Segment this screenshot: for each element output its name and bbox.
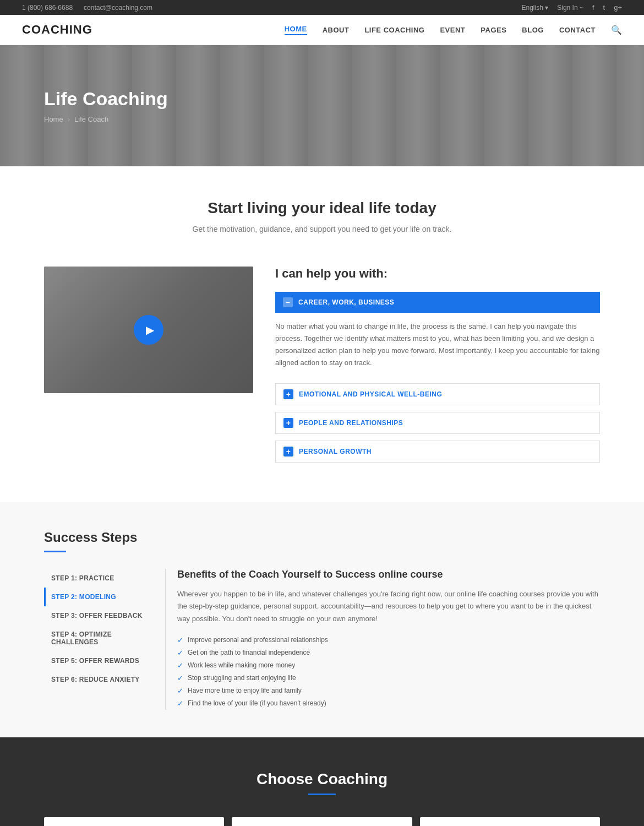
help-section: ▶ I can help you with: − CAREER, WORK, B… (0, 256, 644, 502)
choose-section: Choose Coaching STRESS OF DAILY LIVING I… (0, 737, 644, 826)
start-title: Start living your ideal life today (44, 199, 600, 217)
accordion-plus-icon-wellbeing: + (283, 389, 293, 399)
top-bar-right: English ▾ Sign In ~ f t g+ (522, 3, 622, 12)
benefits-list: ✓Improve personal and professional relat… (177, 634, 600, 710)
help-content: I can help you with: − CAREER, WORK, BUS… (275, 267, 600, 469)
facebook-icon[interactable]: f (592, 3, 594, 12)
check-icon-2: ✓ (177, 649, 183, 657)
check-icon-5: ✓ (177, 687, 183, 695)
benefit-3: ✓Work less while making more money (177, 659, 600, 672)
brand-logo[interactable]: COACHING (22, 23, 92, 37)
twitter-icon[interactable]: t (603, 3, 605, 12)
benefit-5: ✓Have more time to enjoy life and family (177, 684, 600, 697)
googleplus-icon[interactable]: g+ (614, 3, 622, 12)
start-subtitle: Get the motivation, guidance, and suppor… (184, 225, 460, 233)
top-bar-left: 1 (800) 686-6688 contact@coaching.com (22, 4, 152, 12)
accordion-label-wellbeing: EMOTIONAL AND PHYSICAL WELL-BEING (299, 390, 442, 398)
accordion-item-growth: + PERSONAL GROWTH (275, 441, 600, 463)
card-confidence: LOSS OF CONFIDENCE AND SECURITY If you h… (232, 817, 412, 826)
navbar: COACHING HOME ABOUT LIFE COACHING EVENT … (0, 15, 644, 45)
accordion-item-wellbeing: + EMOTIONAL AND PHYSICAL WELL-BEING (275, 383, 600, 405)
accordion-minus-icon: − (283, 297, 293, 307)
card-think: HELP THINK STRAIGHT If you have are look… (420, 817, 600, 826)
accordion-body-career: No matter what you want to change in lif… (275, 313, 600, 377)
accordion-plus-icon-relationships: + (283, 418, 293, 428)
accordion-item-relationships: + PEOPLE AND RELATIONSHIPS (275, 412, 600, 434)
cards-grid: STRESS OF DAILY LIVING If you have are l… (44, 817, 600, 826)
step-1[interactable]: STEP 1: PRACTICE (44, 569, 143, 588)
benefit-1: ✓Improve personal and professional relat… (177, 634, 600, 646)
start-section: Start living your ideal life today Get t… (0, 166, 644, 256)
success-section: Success Steps STEP 1: PRACTICE STEP 2: M… (0, 502, 644, 737)
breadcrumb-separator: › (68, 115, 70, 123)
search-icon[interactable]: 🔍 (611, 25, 622, 35)
course-desc: Wherever you happen to be in life, and w… (177, 588, 600, 624)
hero-title: Life Coaching (44, 88, 600, 110)
card-stress: STRESS OF DAILY LIVING If you have are l… (44, 817, 224, 826)
accordion-label-career: CAREER, WORK, BUSINESS (298, 298, 394, 306)
check-icon-1: ✓ (177, 636, 183, 644)
step-2[interactable]: STEP 2: MODELING (44, 588, 143, 606)
nav-blog[interactable]: BLOG (522, 26, 544, 34)
play-button[interactable]: ▶ (134, 315, 163, 345)
nav-about[interactable]: ABOUT (323, 26, 350, 34)
course-title: Benefits of the Coach Yourself to Succes… (177, 569, 600, 580)
steps-divider (165, 569, 166, 709)
nav-menu: HOME ABOUT LIFE COACHING EVENT PAGES BLO… (285, 25, 622, 35)
benefit-2: ✓Get on the path to financial independen… (177, 646, 600, 659)
accordion-header-growth[interactable]: + PERSONAL GROWTH (275, 441, 600, 463)
accordion-header-career[interactable]: − CAREER, WORK, BUSINESS (275, 292, 600, 313)
accordion-plus-icon-growth: + (283, 447, 293, 457)
check-icon-6: ✓ (177, 699, 183, 708)
nav-pages[interactable]: PAGES (481, 26, 506, 34)
phone-number: 1 (800) 686-6688 (22, 4, 73, 12)
signin-link[interactable]: Sign In ~ (557, 4, 583, 12)
step-3[interactable]: STEP 3: OFFER FEEDBACK (44, 606, 143, 625)
language-selector[interactable]: English ▾ (522, 4, 549, 12)
step-5[interactable]: STEP 5: OFFER REWARDS (44, 651, 143, 670)
step-4[interactable]: STEP 4: OPTIMIZE CHALLENGES (44, 625, 143, 651)
blue-underline (44, 551, 66, 552)
nav-contact[interactable]: CONTACT (559, 26, 596, 34)
top-bar: 1 (800) 686-6688 contact@coaching.com En… (0, 0, 644, 15)
benefit-4: ✓Stop struggling and start enjoying life (177, 672, 600, 684)
accordion-item-career: − CAREER, WORK, BUSINESS No matter what … (275, 292, 600, 377)
choose-blue-line (308, 794, 336, 795)
step-6[interactable]: STEP 6: REDUCE ANXIETY (44, 670, 143, 689)
email-address: contact@coaching.com (84, 4, 152, 12)
nav-home[interactable]: HOME (285, 25, 307, 35)
accordion-label-growth: PERSONAL GROWTH (299, 448, 372, 455)
nav-event[interactable]: EVENT (440, 26, 465, 34)
accordion-header-wellbeing[interactable]: + EMOTIONAL AND PHYSICAL WELL-BEING (275, 383, 600, 405)
accordion-header-relationships[interactable]: + PEOPLE AND RELATIONSHIPS (275, 412, 600, 434)
benefit-6: ✓Find the love of your life (if you have… (177, 697, 600, 710)
steps-content: Benefits of the Coach Yourself to Succes… (177, 569, 600, 709)
help-heading: I can help you with: (275, 267, 600, 281)
steps-grid: STEP 1: PRACTICE STEP 2: MODELING STEP 3… (44, 569, 600, 709)
success-title: Success Steps (44, 530, 600, 545)
video-player[interactable]: ▶ (44, 267, 253, 393)
hero-section: Life Coaching Home › Life Coach (0, 45, 644, 166)
breadcrumb-current: Life Coach (74, 115, 108, 123)
breadcrumb-home[interactable]: Home (44, 115, 63, 123)
hero-content: Life Coaching Home › Life Coach (44, 88, 600, 123)
nav-life-coaching[interactable]: LIFE COACHING (364, 26, 424, 34)
play-icon: ▶ (146, 323, 154, 336)
choose-title: Choose Coaching (44, 770, 600, 788)
accordion-label-relationships: PEOPLE AND RELATIONSHIPS (299, 419, 403, 427)
check-icon-3: ✓ (177, 661, 183, 670)
steps-list: STEP 1: PRACTICE STEP 2: MODELING STEP 3… (44, 569, 154, 709)
section-title: Success Steps (44, 530, 600, 552)
check-icon-4: ✓ (177, 674, 183, 682)
breadcrumb: Home › Life Coach (44, 115, 600, 123)
